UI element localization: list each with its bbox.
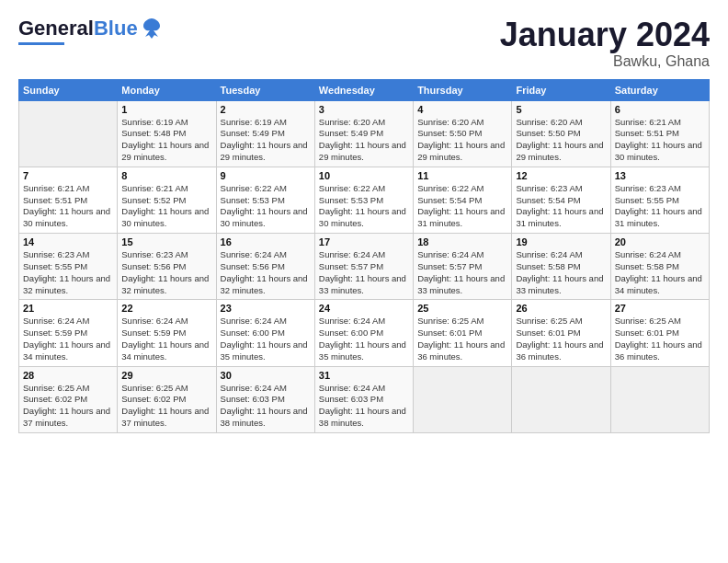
day-number: 30 <box>221 370 311 381</box>
calendar-week-row: 21 Sunrise: 6:24 AMSunset: 5:59 PMDaylig… <box>19 300 710 366</box>
calendar-week-row: 1 Sunrise: 6:19 AMSunset: 5:48 PMDayligh… <box>19 100 710 167</box>
day-info: Sunrise: 6:19 AMSunset: 5:48 PMDaylight:… <box>121 117 211 164</box>
day-number: 23 <box>221 303 311 314</box>
day-number: 15 <box>121 236 211 247</box>
calendar-header-row: Sunday Monday Tuesday Wednesday Thursday… <box>19 79 710 100</box>
calendar-week-row: 14 Sunrise: 6:23 AMSunset: 5:55 PMDaylig… <box>19 234 710 300</box>
table-row: 6 Sunrise: 6:21 AMSunset: 5:51 PMDayligh… <box>610 100 709 167</box>
col-thursday: Thursday <box>414 79 512 100</box>
page-subtitle: Bawku, Ghana <box>500 53 710 70</box>
day-number: 8 <box>121 170 211 181</box>
day-number: 21 <box>23 303 113 314</box>
table-row: 26 Sunrise: 6:25 AMSunset: 6:01 PMDaylig… <box>512 300 610 366</box>
day-info: Sunrise: 6:22 AMSunset: 5:54 PMDaylight:… <box>417 183 507 230</box>
day-number: 3 <box>319 104 409 115</box>
day-info: Sunrise: 6:21 AMSunset: 5:52 PMDaylight:… <box>121 183 211 230</box>
day-number: 18 <box>417 236 507 247</box>
page: GeneralBlue January 2024 Bawku, Ghana Su… <box>0 0 728 563</box>
day-number: 5 <box>516 104 606 115</box>
logo-text: GeneralBlue <box>18 18 138 39</box>
table-row: 22 Sunrise: 6:24 AMSunset: 5:59 PMDaylig… <box>118 300 216 366</box>
table-row: 20 Sunrise: 6:24 AMSunset: 5:58 PMDaylig… <box>610 234 709 300</box>
day-number: 26 <box>516 303 606 314</box>
day-number: 1 <box>121 104 211 115</box>
table-row: 1 Sunrise: 6:19 AMSunset: 5:48 PMDayligh… <box>118 100 216 167</box>
calendar-table: Sunday Monday Tuesday Wednesday Thursday… <box>18 79 710 433</box>
day-number: 25 <box>417 303 507 314</box>
day-number: 7 <box>23 170 113 181</box>
table-row: 13 Sunrise: 6:23 AMSunset: 5:55 PMDaylig… <box>610 167 709 233</box>
table-row: 11 Sunrise: 6:22 AMSunset: 5:54 PMDaylig… <box>414 167 512 233</box>
table-row <box>19 100 118 167</box>
day-number: 14 <box>23 236 113 247</box>
day-number: 6 <box>615 104 705 115</box>
table-row: 10 Sunrise: 6:22 AMSunset: 5:53 PMDaylig… <box>314 167 413 233</box>
day-number: 24 <box>319 303 409 314</box>
table-row: 27 Sunrise: 6:25 AMSunset: 6:01 PMDaylig… <box>610 300 709 366</box>
title-block: January 2024 Bawku, Ghana <box>500 17 710 70</box>
day-number: 12 <box>516 170 606 181</box>
day-info: Sunrise: 6:24 AMSunset: 5:57 PMDaylight:… <box>417 249 507 296</box>
col-wednesday: Wednesday <box>314 79 413 100</box>
day-info: Sunrise: 6:23 AMSunset: 5:54 PMDaylight:… <box>516 183 606 230</box>
day-number: 17 <box>319 236 409 247</box>
day-info: Sunrise: 6:20 AMSunset: 5:49 PMDaylight:… <box>319 117 409 164</box>
day-info: Sunrise: 6:21 AMSunset: 5:51 PMDaylight:… <box>23 183 113 230</box>
day-info: Sunrise: 6:21 AMSunset: 5:51 PMDaylight:… <box>615 117 705 164</box>
day-info: Sunrise: 6:24 AMSunset: 6:03 PMDaylight:… <box>221 383 311 430</box>
table-row: 29 Sunrise: 6:25 AMSunset: 6:02 PMDaylig… <box>118 366 216 432</box>
logo-underline <box>18 42 64 45</box>
calendar-week-row: 7 Sunrise: 6:21 AMSunset: 5:51 PMDayligh… <box>19 167 710 233</box>
day-number: 28 <box>23 370 113 381</box>
day-info: Sunrise: 6:24 AMSunset: 5:56 PMDaylight:… <box>221 249 311 296</box>
calendar-week-row: 28 Sunrise: 6:25 AMSunset: 6:02 PMDaylig… <box>19 366 710 432</box>
table-row: 16 Sunrise: 6:24 AMSunset: 5:56 PMDaylig… <box>216 234 314 300</box>
table-row: 2 Sunrise: 6:19 AMSunset: 5:49 PMDayligh… <box>216 100 314 167</box>
table-row: 28 Sunrise: 6:25 AMSunset: 6:02 PMDaylig… <box>19 366 118 432</box>
table-row: 8 Sunrise: 6:21 AMSunset: 5:52 PMDayligh… <box>118 167 216 233</box>
day-info: Sunrise: 6:25 AMSunset: 6:02 PMDaylight:… <box>23 383 113 430</box>
day-number: 4 <box>417 104 507 115</box>
day-info: Sunrise: 6:19 AMSunset: 5:49 PMDaylight:… <box>221 117 311 164</box>
table-row: 5 Sunrise: 6:20 AMSunset: 5:50 PMDayligh… <box>512 100 610 167</box>
col-sunday: Sunday <box>19 79 118 100</box>
day-info: Sunrise: 6:20 AMSunset: 5:50 PMDaylight:… <box>417 117 507 164</box>
day-info: Sunrise: 6:24 AMSunset: 5:58 PMDaylight:… <box>615 249 705 296</box>
logo: GeneralBlue <box>18 17 164 45</box>
day-info: Sunrise: 6:24 AMSunset: 6:00 PMDaylight:… <box>221 316 311 362</box>
table-row: 3 Sunrise: 6:20 AMSunset: 5:49 PMDayligh… <box>314 100 413 167</box>
table-row: 18 Sunrise: 6:24 AMSunset: 5:57 PMDaylig… <box>414 234 512 300</box>
header: GeneralBlue January 2024 Bawku, Ghana <box>18 17 710 70</box>
day-info: Sunrise: 6:22 AMSunset: 5:53 PMDaylight:… <box>221 183 311 230</box>
table-row: 23 Sunrise: 6:24 AMSunset: 6:00 PMDaylig… <box>216 300 314 366</box>
table-row: 21 Sunrise: 6:24 AMSunset: 5:59 PMDaylig… <box>19 300 118 366</box>
table-row <box>512 366 610 432</box>
table-row: 31 Sunrise: 6:24 AMSunset: 6:03 PMDaylig… <box>314 366 413 432</box>
day-info: Sunrise: 6:25 AMSunset: 6:01 PMDaylight:… <box>615 316 705 362</box>
table-row <box>610 366 709 432</box>
day-number: 10 <box>319 170 409 181</box>
day-number: 16 <box>221 236 311 247</box>
col-friday: Friday <box>512 79 610 100</box>
day-info: Sunrise: 6:24 AMSunset: 5:59 PMDaylight:… <box>121 316 211 362</box>
day-number: 20 <box>615 236 705 247</box>
table-row: 19 Sunrise: 6:24 AMSunset: 5:58 PMDaylig… <box>512 234 610 300</box>
table-row: 7 Sunrise: 6:21 AMSunset: 5:51 PMDayligh… <box>19 167 118 233</box>
table-row: 25 Sunrise: 6:25 AMSunset: 6:01 PMDaylig… <box>414 300 512 366</box>
day-number: 13 <box>615 170 705 181</box>
col-monday: Monday <box>118 79 216 100</box>
table-row: 9 Sunrise: 6:22 AMSunset: 5:53 PMDayligh… <box>216 167 314 233</box>
day-number: 11 <box>417 170 507 181</box>
table-row: 17 Sunrise: 6:24 AMSunset: 5:57 PMDaylig… <box>314 234 413 300</box>
table-row <box>414 366 512 432</box>
day-info: Sunrise: 6:20 AMSunset: 5:50 PMDaylight:… <box>516 117 606 164</box>
day-info: Sunrise: 6:24 AMSunset: 6:03 PMDaylight:… <box>319 383 409 430</box>
day-info: Sunrise: 6:23 AMSunset: 5:55 PMDaylight:… <box>615 183 705 230</box>
day-number: 22 <box>121 303 211 314</box>
day-info: Sunrise: 6:25 AMSunset: 6:02 PMDaylight:… <box>121 383 211 430</box>
day-info: Sunrise: 6:23 AMSunset: 5:55 PMDaylight:… <box>23 249 113 296</box>
table-row: 4 Sunrise: 6:20 AMSunset: 5:50 PMDayligh… <box>414 100 512 167</box>
day-info: Sunrise: 6:24 AMSunset: 5:58 PMDaylight:… <box>516 249 606 296</box>
table-row: 12 Sunrise: 6:23 AMSunset: 5:54 PMDaylig… <box>512 167 610 233</box>
day-info: Sunrise: 6:24 AMSunset: 5:57 PMDaylight:… <box>319 249 409 296</box>
